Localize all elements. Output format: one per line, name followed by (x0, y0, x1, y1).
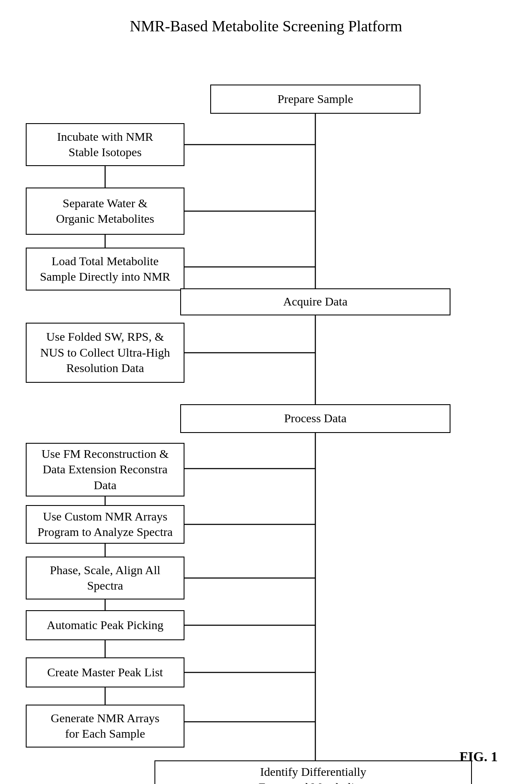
load-box: Load Total MetaboliteSample Directly int… (26, 248, 184, 291)
prepare-sample-box: Prepare Sample (210, 85, 420, 114)
phase-label: Phase, Scale, Align AllSpectra (50, 563, 160, 594)
use-fm-box: Use FM Reconstruction &Data Extension Re… (26, 443, 184, 496)
process-box: Process Data (180, 404, 450, 433)
acquire-box: Acquire Data (180, 288, 450, 315)
acquire-label: Acquire Data (283, 294, 348, 309)
use-custom-box: Use Custom NMR ArraysProgram to Analyze … (26, 505, 184, 544)
generate-box: Generate NMR Arraysfor Each Sample (26, 705, 184, 748)
diagram-title: NMR-Based Metabolite Screening Platform (0, 0, 532, 44)
use-fm-label: Use FM Reconstruction &Data Extension Re… (42, 446, 169, 493)
generate-label: Generate NMR Arraysfor Each Sample (51, 711, 159, 742)
create-master-box: Create Master Peak List (26, 657, 184, 687)
identify-box: Identify DifferentiallyExpressed Metabol… (154, 760, 472, 784)
separate-label: Separate Water &Organic Metabolites (56, 196, 154, 227)
incubate-label: Incubate with NMRStable Isotopes (57, 129, 153, 160)
flowchart: Prepare Sample Incubate with NMRStable I… (0, 44, 532, 782)
auto-peak-label: Automatic Peak Picking (47, 618, 163, 633)
incubate-box: Incubate with NMRStable Isotopes (26, 123, 184, 166)
process-label: Process Data (284, 411, 346, 426)
auto-peak-box: Automatic Peak Picking (26, 610, 184, 640)
separate-box: Separate Water &Organic Metabolites (26, 188, 184, 235)
prepare-sample-label: Prepare Sample (278, 91, 354, 107)
use-folded-box: Use Folded SW, RPS, &NUS to Collect Ultr… (26, 323, 184, 383)
diagram-container: NMR-Based Metabolite Screening Platform (0, 0, 532, 784)
use-custom-label: Use Custom NMR ArraysProgram to Analyze … (38, 509, 173, 540)
load-label: Load Total MetaboliteSample Directly int… (40, 254, 170, 285)
create-master-label: Create Master Peak List (47, 665, 163, 680)
fig-label: FIG. 1 (459, 749, 498, 765)
use-folded-label: Use Folded SW, RPS, &NUS to Collect Ultr… (40, 329, 170, 376)
phase-box: Phase, Scale, Align AllSpectra (26, 557, 184, 599)
identify-label: Identify DifferentiallyExpressed Metabol… (259, 764, 368, 784)
